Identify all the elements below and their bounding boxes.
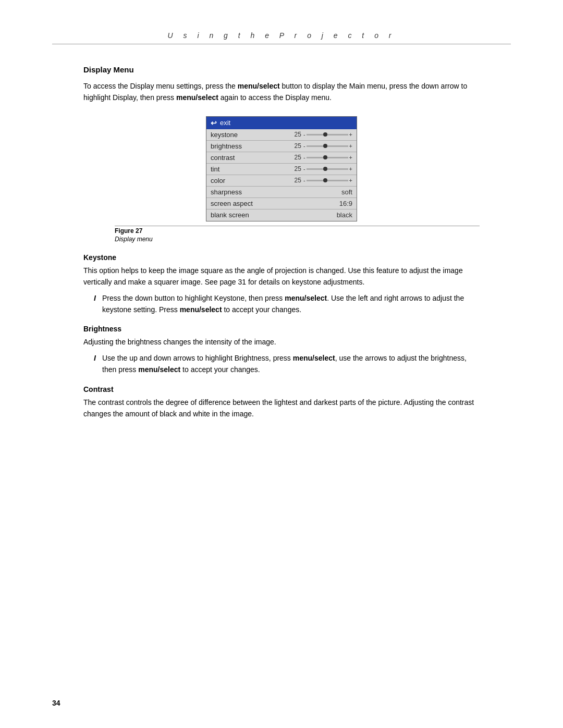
figure-label: Figure 27 [115, 227, 142, 235]
keystone-bullet-1: Press the down button to highlight Keyst… [94, 292, 480, 316]
color-value: 25 [295, 177, 301, 184]
brightness-value: 25 [295, 142, 301, 150]
screen-aspect-label: screen aspect [211, 200, 339, 207]
color-slider: - + [303, 177, 352, 183]
tint-value: 25 [295, 165, 301, 172]
contrast-label: contrast [211, 154, 295, 162]
menu-item-blank-screen: blank screen black [206, 209, 357, 221]
bold-ks-2: menu/select [180, 305, 222, 314]
page: U s i n g t h e P r o j e c t o r Displa… [0, 0, 563, 728]
menu-item-screen-aspect: screen aspect 16:9 [206, 198, 357, 209]
sharpness-label: sharpness [211, 188, 341, 196]
menu-item-keystone: keystone 25 - + [206, 129, 357, 141]
contrast-track [307, 157, 348, 158]
brightness-bullets: Use the up and down arrows to highlight … [83, 352, 480, 376]
menu-screenshot-container: ↩ exit keystone 25 - + brightness 2 [83, 116, 480, 221]
color-track [307, 180, 348, 181]
contrast-slider: - + [303, 154, 352, 161]
section-title: Display Menu [83, 65, 480, 74]
sharpness-value: soft [341, 188, 352, 196]
blank-screen-label: blank screen [211, 211, 337, 219]
keystone-dot [323, 132, 327, 137]
menu-item-sharpness: sharpness soft [206, 187, 357, 198]
menu-item-brightness: brightness 25 - + [206, 141, 357, 152]
intro-text: To access the Display menu settings, pre… [83, 80, 480, 104]
menu-item-color: color 25 - + [206, 175, 357, 187]
brightness-dot [323, 144, 327, 148]
figure-caption: Figure 27 Display menu [83, 226, 480, 243]
tint-slider: - + [303, 166, 352, 172]
color-dot [323, 178, 327, 182]
bold-br-2: menu/select [138, 365, 180, 374]
contrast-dot [323, 155, 327, 159]
screen-aspect-value: 16:9 [339, 200, 352, 207]
contrast-body: The contrast controls the degree of diff… [83, 397, 480, 420]
figure-description: Display menu [115, 236, 480, 243]
blank-screen-value: black [337, 211, 352, 219]
bold-br-1: menu/select [293, 354, 335, 362]
brightness-body: Adjusting the brightness changes the int… [83, 336, 480, 348]
tint-track [307, 168, 348, 170]
brightness-label: brightness [211, 142, 295, 150]
bold-ks-1: menu/select [285, 294, 327, 302]
menu-item-contrast: contrast 25 - + [206, 152, 357, 164]
keystone-title: Keystone [83, 253, 480, 262]
page-number: 34 [52, 699, 60, 707]
keystone-section: Keystone This option helps to keep the i… [83, 253, 480, 316]
contrast-section: Contrast The contrast controls the degre… [83, 385, 480, 420]
bold-menu-select-1: menu/select [238, 82, 280, 90]
keystone-slider: - + [303, 131, 352, 138]
contrast-title: Contrast [83, 385, 480, 393]
menu-item-tint: tint 25 - + [206, 164, 357, 175]
keystone-track [307, 134, 348, 135]
keystone-body: This option helps to keep the image squa… [83, 265, 480, 288]
tint-dot [323, 167, 327, 171]
header-title: U s i n g t h e P r o j e c t o r [52, 31, 511, 40]
contrast-value: 25 [295, 154, 301, 161]
brightness-slider: - + [303, 143, 352, 149]
tint-label: tint [211, 165, 295, 173]
keystone-bullets: Press the down button to highlight Keyst… [83, 292, 480, 316]
exit-label: exit [220, 119, 230, 127]
display-menu-section: Display Menu To access the Display menu … [83, 65, 480, 104]
color-label: color [211, 177, 295, 184]
keystone-value: 25 [295, 131, 301, 138]
brightness-title: Brightness [83, 325, 480, 333]
bold-menu-select-2: menu/select [176, 93, 218, 102]
display-menu-widget: ↩ exit keystone 25 - + brightness 2 [206, 116, 357, 221]
brightness-section: Brightness Adjusting the brightness chan… [83, 325, 480, 375]
figure-line [115, 226, 480, 226]
keystone-label: keystone [211, 131, 295, 139]
brightness-bullet-1: Use the up and down arrows to highlight … [94, 352, 480, 376]
brightness-track [307, 145, 348, 147]
back-arrow-icon: ↩ [211, 119, 217, 127]
content: Display Menu To access the Display menu … [52, 65, 511, 419]
menu-exit-row: ↩ exit [206, 117, 357, 129]
page-header: U s i n g t h e P r o j e c t o r [52, 31, 511, 44]
